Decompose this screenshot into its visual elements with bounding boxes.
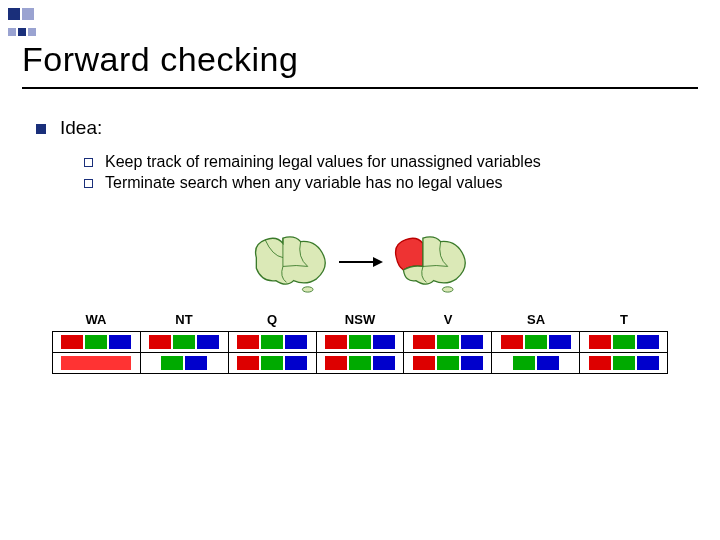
bullet-level2: Terminate search when any variable has n… — [84, 174, 684, 192]
red-swatch — [413, 335, 435, 349]
green-swatch — [261, 335, 283, 349]
domain-table — [52, 331, 668, 374]
red-swatch — [325, 356, 347, 370]
domain-cell — [228, 332, 316, 353]
blue-swatch — [549, 335, 571, 349]
green-swatch — [437, 335, 459, 349]
domain-cell — [404, 332, 492, 353]
slide-body: Idea: Keep track of remaining legal valu… — [36, 117, 684, 192]
assigned-swatch — [61, 356, 131, 370]
domain-cell — [140, 332, 228, 353]
red-swatch — [501, 335, 523, 349]
svg-point-3 — [442, 287, 453, 292]
domain-cell — [316, 353, 404, 374]
variable-headers: WA NT Q NSW V SA T — [52, 312, 668, 327]
title-underline — [22, 87, 698, 89]
blue-swatch — [197, 335, 219, 349]
bullet-level2: Keep track of remaining legal values for… — [84, 153, 684, 171]
header-q: Q — [228, 312, 316, 327]
red-swatch — [61, 335, 83, 349]
arrow-icon — [335, 249, 385, 275]
domain-cell — [316, 332, 404, 353]
table-row — [53, 332, 668, 353]
green-swatch — [173, 335, 195, 349]
slide-title: Forward checking — [22, 40, 720, 79]
bullet-level1: Idea: — [36, 117, 684, 139]
corner-decoration — [8, 8, 38, 46]
header-sa: SA — [492, 312, 580, 327]
red-swatch — [149, 335, 171, 349]
blue-swatch — [373, 335, 395, 349]
header-wa: WA — [52, 312, 140, 327]
domain-table-area: WA NT Q NSW V SA T — [52, 312, 668, 374]
red-swatch — [237, 356, 259, 370]
domain-cell — [492, 353, 580, 374]
green-swatch — [349, 356, 371, 370]
blue-swatch — [285, 356, 307, 370]
blue-swatch — [637, 335, 659, 349]
blue-swatch — [461, 356, 483, 370]
red-swatch — [325, 335, 347, 349]
header-nsw: NSW — [316, 312, 404, 327]
australia-map-after — [385, 231, 475, 293]
point-2: Terminate search when any variable has n… — [105, 174, 503, 192]
green-swatch — [513, 356, 535, 370]
green-swatch — [161, 356, 183, 370]
red-swatch — [589, 356, 611, 370]
point-1: Keep track of remaining legal values for… — [105, 153, 541, 171]
green-swatch — [613, 335, 635, 349]
australia-map-before — [245, 231, 335, 293]
domain-cell — [53, 332, 141, 353]
svg-marker-2 — [373, 257, 383, 267]
square-bullet-icon — [36, 124, 46, 134]
green-swatch — [437, 356, 459, 370]
header-nt: NT — [140, 312, 228, 327]
australia-diagram — [220, 226, 500, 298]
green-swatch — [261, 356, 283, 370]
blue-swatch — [373, 356, 395, 370]
svg-point-0 — [302, 287, 313, 292]
green-swatch — [525, 335, 547, 349]
idea-label: Idea: — [60, 117, 102, 139]
green-swatch — [349, 335, 371, 349]
blue-swatch — [537, 356, 559, 370]
blue-swatch — [637, 356, 659, 370]
domain-cell — [140, 353, 228, 374]
blue-swatch — [185, 356, 207, 370]
red-swatch — [237, 335, 259, 349]
domain-cell — [404, 353, 492, 374]
hollow-square-bullet-icon — [84, 158, 93, 167]
blue-swatch — [109, 335, 131, 349]
domain-cell — [228, 353, 316, 374]
green-swatch — [85, 335, 107, 349]
blue-swatch — [285, 335, 307, 349]
red-swatch — [589, 335, 611, 349]
blue-swatch — [461, 335, 483, 349]
table-row — [53, 353, 668, 374]
red-swatch — [413, 356, 435, 370]
header-v: V — [404, 312, 492, 327]
domain-cell — [580, 353, 668, 374]
header-t: T — [580, 312, 668, 327]
hollow-square-bullet-icon — [84, 179, 93, 188]
green-swatch — [613, 356, 635, 370]
domain-cell — [53, 353, 141, 374]
domain-cell — [580, 332, 668, 353]
domain-cell — [492, 332, 580, 353]
